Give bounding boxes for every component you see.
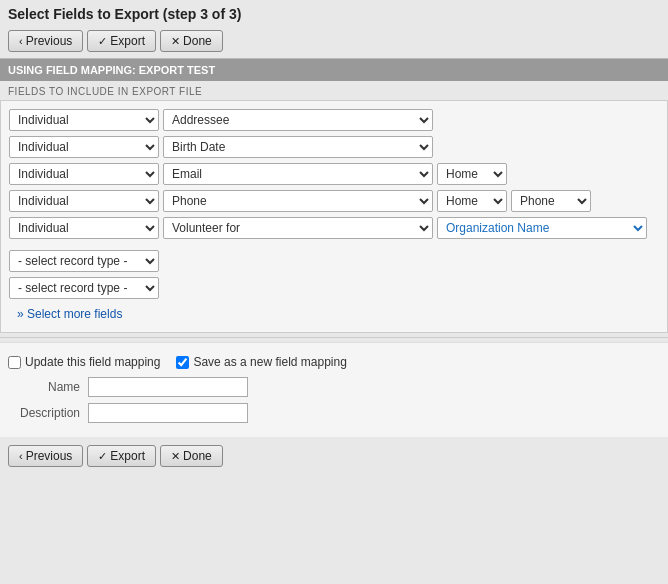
times-icon-bottom: ✕ [171, 450, 180, 463]
description-label: Description [8, 406, 88, 420]
field-row-4: Individual Phone Home Phone [9, 190, 659, 212]
check-icon: ✓ [98, 35, 107, 48]
previous-label: Previous [26, 34, 73, 48]
field-select-4[interactable]: Phone [163, 190, 433, 212]
bottom-previous-button[interactable]: ‹ Previous [8, 445, 83, 467]
page-title: Select Fields to Export (step 3 of 3) [0, 0, 668, 26]
sub-select-4b[interactable]: Phone [511, 190, 591, 212]
record-type-select-1[interactable]: - select record type - [9, 250, 159, 272]
save-mapping-checkbox[interactable] [176, 356, 189, 369]
field-select-1[interactable]: Addressee [163, 109, 433, 131]
fields-section: Individual Addressee Individual Birth Da… [0, 100, 668, 333]
save-mapping-checkbox-item: Save as a new field mapping [176, 355, 346, 369]
field-select-5[interactable]: Volunteer for [163, 217, 433, 239]
top-previous-button[interactable]: ‹ Previous [8, 30, 83, 52]
done-label: Done [183, 34, 212, 48]
arrow-left-icon-bottom: ‹ [19, 450, 23, 462]
done-label-bottom: Done [183, 449, 212, 463]
arrow-left-icon: ‹ [19, 35, 23, 47]
top-toolbar: ‹ Previous ✓ Export ✕ Done [0, 26, 668, 58]
top-export-button[interactable]: ✓ Export [87, 30, 156, 52]
check-icon-bottom: ✓ [98, 450, 107, 463]
times-icon: ✕ [171, 35, 180, 48]
name-input[interactable] [88, 377, 248, 397]
type-select-2[interactable]: Individual [9, 136, 159, 158]
top-done-button[interactable]: ✕ Done [160, 30, 223, 52]
field-select-2[interactable]: Birth Date [163, 136, 433, 158]
sub-select-3[interactable]: Home [437, 163, 507, 185]
field-row-5: Individual Volunteer for Organization Na… [9, 217, 659, 239]
export-label-bottom: Export [110, 449, 145, 463]
record-type-select-2[interactable]: - select record type - [9, 277, 159, 299]
type-select-4[interactable]: Individual [9, 190, 159, 212]
type-select-3[interactable]: Individual [9, 163, 159, 185]
sub-select-4a[interactable]: Home [437, 190, 507, 212]
record-type-row-2: - select record type - [9, 277, 659, 299]
description-input[interactable] [88, 403, 248, 423]
field-row-3: Individual Email Home [9, 163, 659, 185]
org-select-5[interactable]: Organization Name [437, 217, 647, 239]
bottom-export-button[interactable]: ✓ Export [87, 445, 156, 467]
update-mapping-checkbox-item: Update this field mapping [8, 355, 160, 369]
mapping-header: USING FIELD MAPPING: EXPORT TEST [0, 58, 668, 81]
save-mapping-label: Save as a new field mapping [193, 355, 346, 369]
bottom-done-button[interactable]: ✕ Done [160, 445, 223, 467]
select-more-fields-link[interactable]: » Select more fields [9, 304, 130, 324]
update-mapping-checkbox[interactable] [8, 356, 21, 369]
field-row-2: Individual Birth Date [9, 136, 659, 158]
type-select-1[interactable]: Individual [9, 109, 159, 131]
name-row: Name [8, 377, 660, 397]
bottom-section: Update this field mapping Save as a new … [0, 342, 668, 437]
bottom-toolbar: ‹ Previous ✓ Export ✕ Done [0, 437, 668, 475]
description-row: Description [8, 403, 660, 423]
record-type-row-1: - select record type - [9, 250, 659, 272]
checkbox-row: Update this field mapping Save as a new … [8, 351, 660, 377]
name-label: Name [8, 380, 88, 394]
export-label: Export [110, 34, 145, 48]
previous-label-bottom: Previous [26, 449, 73, 463]
update-mapping-label: Update this field mapping [25, 355, 160, 369]
fields-label: FIELDS TO INCLUDE IN EXPORT FILE [0, 81, 668, 100]
type-select-5[interactable]: Individual [9, 217, 159, 239]
field-row-1: Individual Addressee [9, 109, 659, 131]
field-select-3[interactable]: Email [163, 163, 433, 185]
